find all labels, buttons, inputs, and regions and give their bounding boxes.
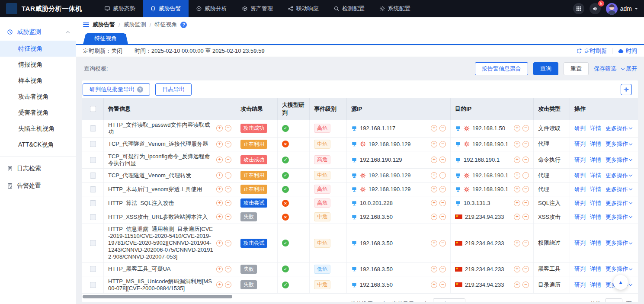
topnav-item[interactable]: 威胁分析 — [189, 0, 234, 17]
exclude-filter-icon[interactable]: − — [439, 214, 446, 220]
include-filter-icon[interactable]: + — [431, 186, 437, 192]
row-checkbox[interactable] — [90, 173, 96, 179]
action-more[interactable]: 更多操作 — [606, 172, 632, 179]
include-filter-icon[interactable]: + — [431, 266, 437, 272]
include-filter-icon[interactable]: + — [216, 266, 223, 272]
exclude-filter-icon[interactable]: − — [439, 141, 446, 147]
include-filter-icon[interactable]: + — [514, 282, 520, 288]
collapse-menu-icon[interactable] — [83, 24, 89, 25]
include-filter-icon[interactable]: + — [431, 282, 437, 288]
include-filter-icon[interactable]: + — [431, 125, 437, 131]
exclude-filter-icon[interactable]: − — [225, 186, 231, 192]
action-detail[interactable]: 详情 — [590, 156, 601, 164]
row-checkbox[interactable] — [90, 186, 96, 192]
action-more[interactable]: 更多操作 — [606, 125, 632, 132]
action-judge[interactable]: 研判 — [574, 186, 586, 193]
page-number[interactable]: 5 — [529, 301, 539, 302]
expand-link[interactable]: 展开 — [622, 65, 637, 73]
include-filter-icon[interactable]: + — [216, 214, 223, 220]
time-button[interactable]: 时间 — [618, 47, 637, 55]
include-filter-icon[interactable]: + — [431, 214, 437, 220]
exclude-filter-icon[interactable]: − — [439, 157, 446, 163]
aggregate-button[interactable]: 按告警信息聚合 — [475, 62, 528, 75]
sidebar-item[interactable]: 日志检索 — [0, 160, 76, 177]
include-filter-icon[interactable]: + — [514, 141, 520, 147]
exclude-filter-icon[interactable]: − — [225, 282, 231, 288]
tab-feature-view[interactable]: 特征视角 — [83, 33, 128, 44]
include-filter-icon[interactable]: + — [431, 200, 437, 206]
include-filter-icon[interactable]: + — [216, 141, 223, 147]
action-judge[interactable]: 研判 — [574, 125, 586, 132]
action-more[interactable]: 更多操作 — [606, 265, 632, 273]
include-filter-icon[interactable]: + — [514, 186, 520, 192]
action-detail[interactable]: 详情 — [590, 125, 601, 132]
include-filter-icon[interactable]: + — [431, 240, 437, 246]
exclude-filter-icon[interactable]: − — [522, 266, 529, 272]
action-more[interactable]: 更多操作 — [606, 186, 632, 193]
page-number[interactable]: 2 — [492, 301, 503, 302]
page-number[interactable]: 3 — [504, 301, 515, 302]
include-filter-icon[interactable]: + — [514, 266, 520, 272]
row-checkbox[interactable] — [90, 200, 96, 206]
page-number[interactable]: 4 — [516, 301, 527, 302]
action-judge[interactable]: 研判 — [574, 140, 586, 148]
exclude-filter-icon[interactable]: − — [522, 186, 529, 192]
action-judge[interactable]: 研判 — [574, 265, 586, 273]
sidebar-item[interactable]: 情报视角 — [0, 57, 76, 73]
breadcrumb-item-1[interactable]: 威胁告警 — [93, 21, 115, 29]
action-judge[interactable]: 研判 — [574, 156, 586, 164]
include-filter-icon[interactable]: + — [514, 240, 520, 246]
action-detail[interactable]: 详情 — [590, 213, 601, 221]
sidebar-item[interactable]: 受害者视角 — [0, 105, 76, 121]
sidebar-item[interactable]: 样本视角 — [0, 73, 76, 89]
exclude-filter-icon[interactable]: − — [522, 141, 529, 147]
action-more[interactable]: 更多操作 — [606, 199, 632, 207]
topnav-item[interactable]: 威胁态势 — [97, 0, 143, 17]
select-all-checkbox[interactable] — [90, 106, 96, 112]
notification-button[interactable]: 5 — [590, 3, 601, 14]
page-size-select[interactable]: 10条/页 — [433, 298, 465, 302]
exclude-filter-icon[interactable]: − — [225, 157, 231, 163]
exclude-filter-icon[interactable]: − — [439, 282, 446, 288]
include-filter-icon[interactable]: + — [216, 157, 223, 163]
scrollbar-thumb[interactable] — [83, 295, 232, 298]
topnav-item[interactable]: 检测配置 — [326, 0, 372, 17]
row-checkbox[interactable] — [90, 141, 96, 147]
sidebar-item[interactable]: 失陷主机视角 — [0, 121, 76, 137]
page-number[interactable]: 6 — [541, 301, 551, 302]
exclude-filter-icon[interactable]: − — [522, 172, 529, 179]
row-checkbox[interactable] — [90, 282, 96, 288]
exclude-filter-icon[interactable]: − — [439, 266, 446, 272]
exclude-filter-icon[interactable]: − — [225, 125, 231, 131]
exclude-filter-icon[interactable]: − — [225, 141, 231, 147]
action-more[interactable]: 更多操作 — [606, 156, 632, 164]
exclude-filter-icon[interactable]: − — [439, 172, 446, 179]
row-checkbox[interactable] — [90, 157, 96, 163]
action-more[interactable]: 更多操作 — [606, 213, 632, 221]
action-judge[interactable]: 研判 — [574, 281, 586, 289]
exclude-filter-icon[interactable]: − — [522, 214, 529, 220]
include-filter-icon[interactable]: + — [216, 172, 223, 179]
app-grid-button[interactable] — [573, 3, 584, 14]
action-judge[interactable]: 研判 — [574, 213, 586, 221]
breadcrumb-item-3[interactable]: 特征视角 — [154, 21, 177, 29]
exclude-filter-icon[interactable]: − — [225, 200, 231, 206]
action-detail[interactable]: 详情 — [590, 186, 601, 193]
goto-page-input[interactable] — [605, 298, 622, 302]
exclude-filter-icon[interactable]: − — [225, 266, 231, 272]
exclude-filter-icon[interactable]: − — [522, 157, 529, 163]
page-number[interactable]: 1 — [480, 301, 490, 302]
topnav-item[interactable]: 系统配置 — [372, 0, 418, 17]
exclude-filter-icon[interactable]: − — [522, 240, 529, 246]
breadcrumb-item-2[interactable]: 威胁监测 — [124, 21, 146, 29]
exclude-filter-icon[interactable]: − — [522, 125, 529, 131]
column-settings-button[interactable] — [621, 84, 632, 95]
action-judge[interactable]: 研判 — [574, 239, 586, 247]
include-filter-icon[interactable]: + — [514, 125, 520, 131]
query-button[interactable]: 查询 — [533, 62, 558, 75]
topnav-item[interactable]: 联动响应 — [280, 0, 326, 17]
exclude-filter-icon[interactable]: − — [439, 240, 446, 246]
exclude-filter-icon[interactable]: − — [439, 125, 446, 131]
help-icon[interactable]: ? — [180, 22, 187, 28]
help-icon[interactable]: ? — [137, 86, 143, 93]
